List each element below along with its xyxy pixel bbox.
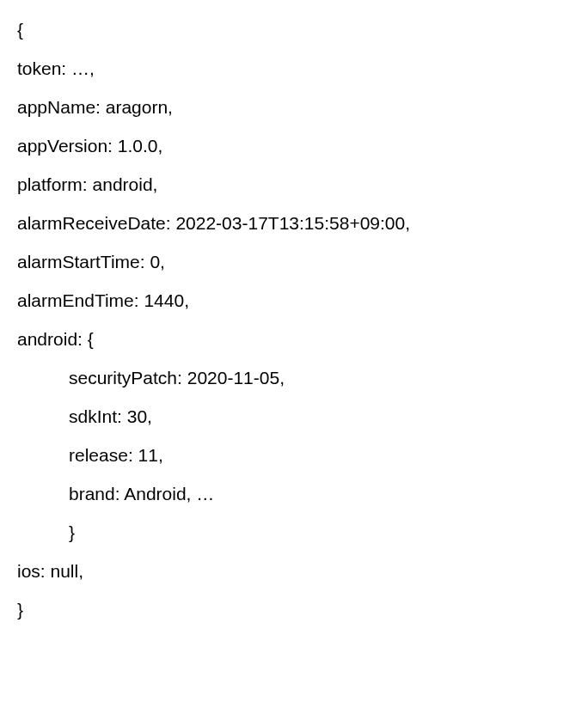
code-line: appVersion: 1.0.0, [17, 137, 571, 155]
code-line: alarmStartTime: 0, [17, 253, 571, 271]
code-line: ios: null, [17, 562, 571, 580]
code-line: android: { [17, 330, 571, 348]
code-line: appName: aragorn, [17, 98, 571, 116]
code-line: token: …, [17, 59, 571, 77]
code-line: securityPatch: 2020-11-05, [17, 369, 571, 387]
code-line: } [17, 523, 571, 541]
code-line: { [17, 21, 571, 39]
code-line: brand: Android, … [17, 485, 571, 503]
code-line: platform: android, [17, 175, 571, 193]
code-line: sdkInt: 30, [17, 407, 571, 425]
code-line: } [17, 601, 571, 619]
code-line: alarmReceiveDate: 2022-03-17T13:15:58+09… [17, 214, 571, 232]
code-line: release: 11, [17, 446, 571, 464]
code-line: alarmEndTime: 1440, [17, 291, 571, 309]
